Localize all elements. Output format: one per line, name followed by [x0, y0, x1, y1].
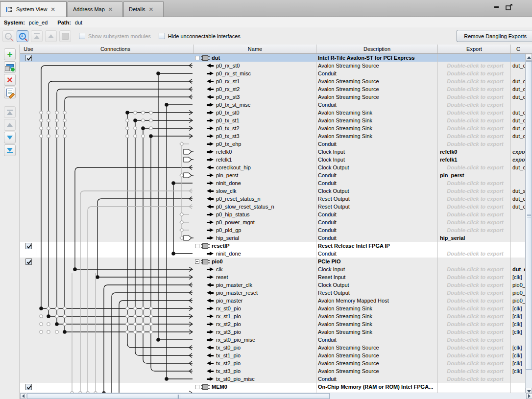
clock-cell[interactable] [511, 101, 526, 109]
export-cell[interactable] [438, 242, 511, 250]
interface-row[interactable]: p0_tx_ehpConduitDouble-click to export [20, 140, 526, 148]
name-cell[interactable]: p0_pld_gp [194, 226, 316, 234]
export-cell[interactable]: Double-click to export [438, 164, 511, 171]
clock-cell[interactable] [511, 258, 526, 265]
export-cell[interactable]: Double-click to export [438, 179, 511, 187]
export-placeholder[interactable]: Double-click to export [440, 336, 510, 344]
interface-row[interactable]: tx_st3_pioAvalon Streaming SourceDouble-… [20, 367, 526, 375]
clock-cell[interactable] [511, 171, 526, 179]
name-cell[interactable]: p0_tx_ehp [194, 140, 316, 148]
clock-cell[interactable] [511, 179, 526, 187]
name-cell[interactable]: ninit_done [194, 250, 316, 258]
scroll-left-button[interactable] [20, 393, 26, 399]
name-cell[interactable]: slow_clk [194, 187, 316, 195]
export-cell[interactable]: Double-click to export [438, 344, 511, 352]
export-cell[interactable] [438, 258, 511, 265]
export-cell[interactable]: Double-click to export [438, 320, 511, 328]
connections-cell[interactable] [37, 164, 194, 171]
move-up-view-button[interactable] [45, 30, 57, 42]
move-down-button[interactable] [4, 132, 16, 143]
scroll-up-button[interactable] [526, 54, 532, 61]
interface-row[interactable]: ninit_doneConduitDouble-click to export [20, 179, 526, 187]
connections-cell[interactable] [37, 265, 194, 273]
export-cell[interactable]: Double-click to export [438, 367, 511, 375]
interface-row[interactable]: slow_clkClock OutputDouble-click to expo… [20, 187, 526, 195]
column-header-connections[interactable]: Connections [37, 45, 194, 53]
export-placeholder[interactable]: Double-click to export [440, 352, 510, 359]
export-placeholder[interactable]: Double-click to export [440, 265, 510, 273]
export-placeholder[interactable]: Double-click to export [440, 250, 510, 258]
export-cell[interactable]: Double-click to export [438, 226, 511, 234]
name-cell[interactable]: tx_st0_pio_misc [194, 375, 316, 383]
name-cell[interactable]: p0_rx_st1 [194, 77, 316, 85]
export-cell[interactable]: refclk1 [438, 156, 511, 164]
vertical-scrollbar[interactable] [525, 54, 532, 395]
export-placeholder[interactable]: Double-click to export [440, 179, 510, 187]
export-placeholder[interactable]: Double-click to export [440, 218, 510, 226]
connections-cell[interactable] [37, 101, 194, 109]
connections-cell[interactable] [37, 109, 194, 117]
clock-cell[interactable]: pio0_ [511, 281, 526, 289]
export-placeholder[interactable]: Double-click to export [440, 132, 510, 140]
connections-cell[interactable] [37, 195, 194, 203]
export-placeholder[interactable]: Double-click to export [440, 281, 510, 289]
connections-cell[interactable] [37, 297, 194, 305]
export-cell[interactable]: Double-click to export [438, 352, 511, 359]
connections-cell[interactable] [37, 54, 194, 62]
filter-button[interactable] [59, 30, 71, 42]
export-placeholder[interactable]: Double-click to export [440, 109, 510, 117]
interface-row[interactable]: rx_st0_pio_miscConduitDouble-click to ex… [20, 336, 526, 344]
connections-cell[interactable] [37, 383, 194, 391]
connections-cell[interactable] [37, 211, 194, 218]
hide-unconnectable-checkbox[interactable] [159, 33, 165, 39]
clock-cell[interactable]: dut_c [511, 203, 526, 211]
column-header-description[interactable]: Description [316, 45, 438, 53]
export-placeholder[interactable]: Double-click to export [440, 367, 510, 375]
export-placeholder[interactable]: Double-click to export [440, 101, 510, 109]
connections-cell[interactable] [37, 320, 194, 328]
clock-cell[interactable]: dut_c [511, 195, 526, 203]
name-cell[interactable]: p0_tx_st_misc [194, 101, 316, 109]
interface-row[interactable]: ninit_doneConduitDouble-click to export [20, 250, 526, 258]
export-cell[interactable]: Double-click to export [438, 77, 511, 85]
connections-cell[interactable] [37, 250, 194, 258]
connections-cell[interactable] [37, 85, 194, 93]
export-placeholder[interactable]: Double-click to export [440, 211, 510, 218]
interface-row[interactable]: tx_st1_pioAvalon Streaming SourceDouble-… [20, 352, 526, 359]
name-cell[interactable]: p0_hip_status [194, 211, 316, 218]
export-cell[interactable]: Double-click to export [438, 375, 511, 383]
module-row[interactable]: resetIPReset Release Intel FPGA IP [20, 242, 526, 250]
clock-cell[interactable]: [clk] [511, 273, 526, 281]
clock-cell[interactable] [511, 383, 526, 391]
clock-cell[interactable]: dut_s [511, 187, 526, 195]
collapse-icon[interactable] [195, 259, 199, 264]
connections-cell[interactable] [37, 187, 194, 195]
export-cell[interactable]: Double-click to export [438, 312, 511, 320]
interface-row[interactable]: p0_tx_st0Avalon Streaming SinkDouble-cli… [20, 109, 526, 117]
name-cell[interactable]: p0_rx_st0 [194, 62, 316, 70]
export-cell[interactable]: Double-click to export [438, 297, 511, 305]
export-cell[interactable]: refclk0 [438, 148, 511, 156]
interface-row[interactable]: p0_hip_statusConduitDouble-click to expo… [20, 211, 526, 218]
connections-cell[interactable] [37, 273, 194, 281]
interface-row[interactable]: p0_tx_st3Avalon Streaming SinkDouble-cli… [20, 132, 526, 140]
clock-cell[interactable]: dut_c [511, 124, 526, 132]
name-cell[interactable]: resetIP [194, 242, 316, 250]
export-cell[interactable]: hip_serial [438, 234, 511, 242]
export-placeholder[interactable]: Double-click to export [440, 273, 510, 281]
interface-row[interactable]: tx_st2_pioAvalon Streaming SourceDouble-… [20, 359, 526, 367]
name-cell[interactable]: tx_st2_pio [194, 359, 316, 367]
interface-row[interactable]: rx_st3_pioAvalon Streaming SinkDouble-cl… [20, 328, 526, 336]
connections-cell[interactable] [37, 336, 194, 344]
clock-cell[interactable] [511, 336, 526, 344]
name-cell[interactable]: clk [194, 265, 316, 273]
interface-row[interactable]: p0_pld_gpConduitDouble-click to export [20, 226, 526, 234]
clock-cell[interactable] [511, 242, 526, 250]
clock-cell[interactable]: [clk] [511, 352, 526, 359]
clock-cell[interactable] [511, 54, 526, 62]
connections-cell[interactable] [37, 77, 194, 85]
module-row[interactable]: MEM0On-Chip Memory (RAM or ROM) Intel FP… [20, 383, 526, 391]
clock-cell[interactable] [511, 226, 526, 234]
connections-cell[interactable] [37, 242, 194, 250]
move-to-top-button[interactable] [4, 106, 16, 118]
